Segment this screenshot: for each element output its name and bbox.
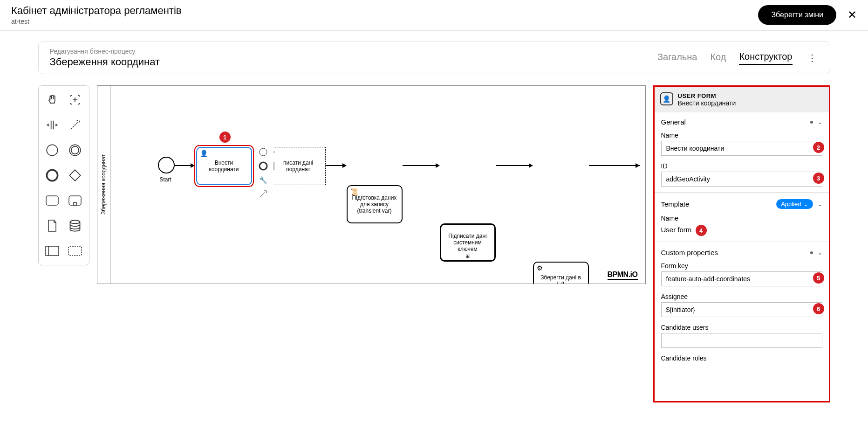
- bpmn-canvas[interactable]: Збереження координат Start 👤Внести коорд…: [97, 85, 646, 284]
- flow-arrow: [496, 165, 531, 166]
- tab-code[interactable]: Код: [710, 52, 726, 64]
- start-event-icon[interactable]: [42, 142, 62, 159]
- section-custom[interactable]: Custom properties ⌄: [655, 243, 829, 260]
- service-icon: ⚙: [537, 264, 543, 272]
- subheader-left: Редагування бізнес-процесу Збереження ко…: [50, 48, 160, 68]
- ctx-wrench-icon[interactable]: 🔧: [258, 174, 269, 186]
- pool-icon[interactable]: [42, 243, 62, 259]
- subprocess-icon[interactable]: [65, 192, 85, 209]
- ctx-connect-icon[interactable]: [258, 188, 269, 200]
- subprocess-marker-icon: ⊞: [465, 253, 470, 259]
- chevron-down-icon[interactable]: ⌄: [818, 119, 822, 125]
- ctx-event-icon[interactable]: [258, 146, 269, 158]
- chevron-down-icon[interactable]: ⌄: [818, 201, 822, 208]
- task-hint[interactable]: писати дані оординат: [274, 147, 326, 185]
- template-name-value: User form 4: [661, 224, 822, 236]
- svg-rect-8: [46, 246, 59, 256]
- svg-point-7: [70, 220, 80, 223]
- close-icon[interactable]: ✕: [847, 8, 857, 21]
- label-name: Name: [661, 132, 822, 139]
- arrowhead-icon: [529, 163, 533, 168]
- start-label: Start: [160, 176, 171, 183]
- flow-arrow: [326, 165, 344, 166]
- script-icon: 📜: [350, 188, 358, 195]
- start-event[interactable]: Start: [158, 157, 175, 173]
- task-sign-data[interactable]: Підписати дані системним ключем ⊞: [440, 223, 496, 262]
- header-actions: Зберегти зміни ✕: [758, 5, 857, 25]
- field-id: ID 3: [655, 160, 829, 191]
- app-header: Кабінет адміністратора регламентів at-te…: [0, 0, 868, 30]
- field-candidate-roles: Candidate roles: [655, 353, 829, 368]
- badge-5: 5: [813, 272, 824, 284]
- input-candidate-users[interactable]: [661, 333, 822, 348]
- panel-body[interactable]: General ⌄ Name 2 ID 3 Template A: [655, 112, 829, 401]
- ctx-end-event-icon[interactable]: [258, 160, 269, 172]
- bpmn-watermark: BPMN.iO: [608, 270, 638, 280]
- svg-point-12: [260, 162, 267, 170]
- editor-main: Збереження координат Start 👤Внести коорд…: [38, 85, 830, 402]
- svg-rect-9: [68, 246, 82, 256]
- section-general[interactable]: General ⌄: [655, 112, 829, 130]
- svg-rect-4: [46, 196, 58, 205]
- field-template-name: Name User form 4: [655, 213, 829, 241]
- breadcrumb: Редагування бізнес-процесу: [50, 48, 160, 55]
- task-prepare-data[interactable]: 📜 Підготовка даних для запису (transient…: [347, 185, 403, 223]
- chevron-down-icon[interactable]: ⌄: [818, 250, 822, 256]
- dot-icon: [810, 251, 813, 254]
- end-event-icon[interactable]: [42, 167, 62, 184]
- label-id: ID: [661, 162, 822, 170]
- section-template[interactable]: Template Applied ⌄ ⌄: [655, 194, 829, 213]
- svg-point-10: [260, 148, 267, 156]
- save-button[interactable]: Зберегти зміни: [758, 5, 836, 25]
- field-candidate-users: Candidate users: [655, 322, 829, 353]
- data-object-icon[interactable]: [42, 217, 62, 234]
- input-name[interactable]: [661, 141, 822, 156]
- chevron-down-icon: ⌄: [803, 201, 808, 208]
- hand-tool-icon[interactable]: [42, 91, 62, 108]
- task-save-db[interactable]: ⚙ Зберегти дані в БД: [533, 262, 589, 284]
- input-assignee[interactable]: [661, 302, 822, 317]
- label-candidate-roles: Candidate roles: [661, 354, 822, 362]
- input-id[interactable]: [661, 172, 822, 187]
- svg-rect-6: [74, 202, 76, 205]
- badge-6: 6: [813, 303, 824, 314]
- svg-point-2: [71, 146, 79, 154]
- header-titles: Кабінет адміністратора регламентів at-te…: [11, 5, 181, 25]
- user-icon: 👤: [200, 150, 208, 157]
- template-applied-chip[interactable]: Applied ⌄: [776, 199, 813, 209]
- intermediate-event-icon[interactable]: [65, 142, 85, 159]
- kebab-menu-icon[interactable]: ⋮: [806, 52, 819, 63]
- task-icon[interactable]: [42, 192, 62, 209]
- lasso-tool-icon[interactable]: [65, 91, 85, 108]
- app-title: Кабінет адміністратора регламентів: [11, 5, 181, 17]
- task-add-coordinates[interactable]: 👤Внести координати: [194, 145, 254, 187]
- lane-label: Збереження координат: [97, 86, 110, 284]
- badge-1: 1: [219, 132, 231, 143]
- subheader-card: Редагування бізнес-процесу Збереження ко…: [38, 42, 830, 74]
- page-title: Збереження координат: [50, 56, 160, 68]
- properties-panel: 👤 USER FORM Внести координати General ⌄ …: [653, 85, 830, 402]
- svg-rect-5: [69, 196, 81, 205]
- data-store-icon[interactable]: [65, 217, 85, 234]
- dot-icon: [810, 121, 813, 124]
- connect-tool-icon[interactable]: [65, 117, 85, 133]
- arrowhead-icon: [191, 163, 195, 168]
- badge-4: 4: [696, 225, 707, 236]
- group-icon[interactable]: [65, 243, 85, 259]
- tab-constructor[interactable]: Конструктор: [739, 51, 792, 65]
- flow-arrow: [403, 165, 437, 166]
- label-formkey: Form key: [661, 262, 822, 270]
- arrowhead-icon: [436, 163, 440, 168]
- space-tool-icon[interactable]: [42, 117, 62, 133]
- tab-general[interactable]: Загальна: [657, 52, 697, 64]
- user-task-icon: 👤: [660, 92, 673, 105]
- input-formkey[interactable]: [661, 271, 822, 286]
- svg-point-3: [47, 170, 57, 180]
- element-type: USER FORM: [678, 92, 736, 99]
- element-name: Внести координати: [678, 99, 736, 107]
- label-template-name: Name: [661, 215, 822, 222]
- gateway-icon[interactable]: [65, 167, 85, 184]
- arrowhead-icon: [342, 163, 347, 168]
- field-formkey: Form key 5: [655, 260, 829, 291]
- panel-header: 👤 USER FORM Внести координати: [655, 87, 829, 112]
